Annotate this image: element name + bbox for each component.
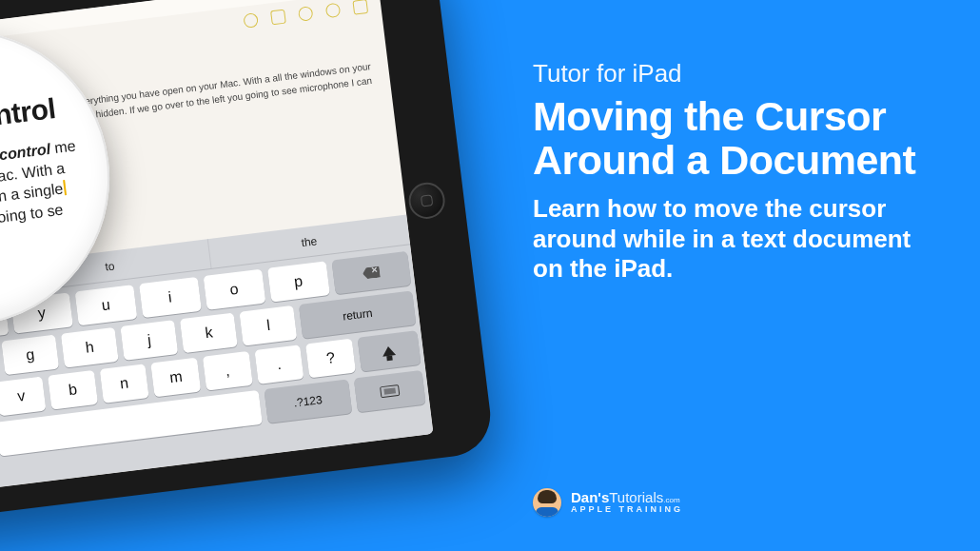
key-b[interactable]: b	[48, 370, 98, 410]
key-o[interactable]: o	[203, 269, 265, 310]
home-button[interactable]	[406, 181, 446, 221]
key-h[interactable]: h	[61, 327, 119, 368]
key-k[interactable]: k	[180, 312, 238, 353]
ipad-device: 1:29 PM 73% Rec… Mission Con	[0, 0, 495, 535]
share-icon[interactable]	[325, 2, 342, 18]
keyboard-icon	[380, 384, 400, 398]
slide-title: Moving the Cursor Around a Document	[533, 94, 932, 183]
slide-pretitle: Tutor for iPad	[533, 59, 932, 89]
key-u[interactable]: u	[74, 285, 137, 325]
backspace-key[interactable]	[331, 251, 411, 295]
compose-icon[interactable]	[352, 0, 368, 14]
key-n[interactable]: n	[99, 364, 149, 403]
marker-icon[interactable]	[298, 6, 314, 22]
backspace-icon	[362, 266, 380, 280]
brand-suffix: .com	[663, 496, 679, 504]
key-l[interactable]: l	[240, 305, 298, 346]
key-m[interactable]: m	[151, 358, 202, 398]
return-key[interactable]: return	[299, 290, 416, 338]
ipad-screen: 1:29 PM 73% Rec… Mission Con	[0, 0, 434, 507]
key-j[interactable]: j	[120, 320, 178, 361]
brand-name-bold: Dan's	[571, 489, 609, 505]
tutorial-slide: Tutor for iPad Moving the Cursor Around …	[0, 0, 980, 551]
key-question[interactable]: ?	[305, 339, 356, 379]
numbers-key-right[interactable]: .?123	[264, 379, 352, 423]
slide-subtitle: Learn how to move the cursor around whil…	[533, 194, 932, 285]
key-period[interactable]: .	[254, 344, 304, 384]
brand-name: Dan'sTutorials.com	[571, 490, 683, 505]
slide-text: Tutor for iPad Moving the Cursor Around …	[533, 59, 932, 285]
key-v[interactable]: v	[0, 377, 47, 417]
brand-block: Dan'sTutorials.com APPLE TRAINING	[533, 488, 683, 517]
key-g[interactable]: g	[1, 335, 59, 376]
shift-icon	[382, 345, 396, 357]
avatar	[533, 488, 561, 517]
key-i[interactable]: i	[139, 277, 202, 318]
camera-icon[interactable]	[270, 9, 286, 25]
dismiss-keyboard-key[interactable]	[354, 370, 426, 413]
brand-name-light: Tutorials	[609, 489, 663, 505]
brand-tagline: APPLE TRAINING	[571, 505, 683, 514]
checkmark-icon[interactable]	[243, 12, 259, 29]
key-p[interactable]: p	[267, 261, 330, 302]
key-comma[interactable]: ,	[203, 351, 253, 391]
shift-key-right[interactable]	[357, 330, 421, 371]
